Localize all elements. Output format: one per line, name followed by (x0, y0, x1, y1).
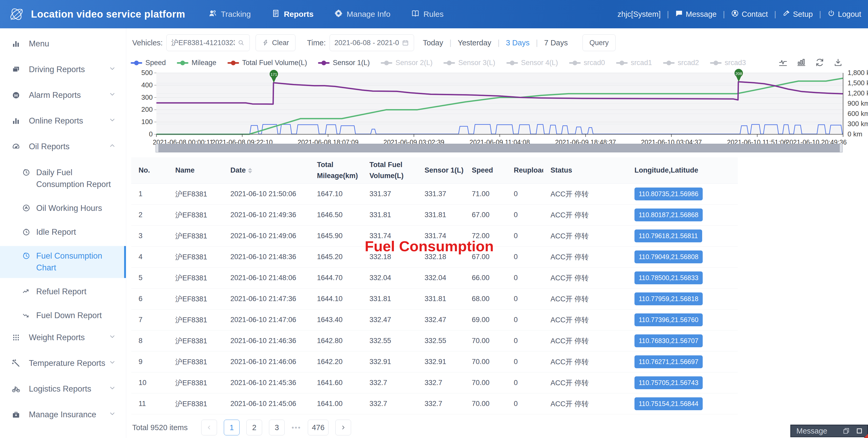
restore-icon[interactable] (815, 58, 825, 68)
cell-mileage: 1642.80 (310, 337, 362, 345)
time-label: Time: (307, 38, 326, 47)
coordinate-link[interactable]: 110.80187,21.56868 (634, 209, 703, 221)
cell-status: ACC开 停转 (543, 315, 627, 325)
fuel-consumption-chart[interactable]: 171 208 (156, 73, 843, 134)
column-header-sensor-1-l-: Sensor 1(L) (417, 165, 464, 176)
chevron-down-icon (108, 91, 117, 100)
quick-range-7-days[interactable]: 7 Days (544, 38, 568, 47)
sidebar-item-oil-reports[interactable]: Oil Reports (0, 138, 126, 155)
clear-button[interactable]: Clear (255, 34, 296, 51)
column-header-date[interactable]: Date (223, 165, 310, 176)
legend-item-total-fuel-volume-l-[interactable]: Total Fuel Volume(L) (227, 59, 307, 67)
vehicles-input[interactable]: 沪EF8381-41210323006 (166, 34, 250, 51)
cell-coord: 110.80735,21.56986 (627, 188, 737, 200)
nav-item-tracking[interactable]: Tracking (208, 9, 251, 20)
legend-item-speed[interactable]: Speed (131, 59, 166, 67)
chart-pin-171: 171 (270, 70, 278, 83)
sidebar-item-fuel-down-report[interactable]: Fuel Down Report (0, 306, 126, 326)
coordinate-link[interactable]: 110.76271,21.56697 (634, 355, 703, 368)
sidebar-item-driving-reports[interactable]: Driving Reports (0, 61, 126, 77)
legend-item-mileage[interactable]: Mileage (177, 59, 216, 67)
page-button-1[interactable]: 1 (224, 420, 240, 435)
coordinate-link[interactable]: 110.77396,21.56760 (634, 313, 703, 326)
nav-contact-button[interactable]: Contact (731, 9, 768, 19)
coordinate-link[interactable]: 110.79049,21.56808 (634, 250, 703, 263)
message-widget-label: Message (796, 427, 837, 435)
search-icon[interactable] (238, 39, 245, 46)
maximize-window-icon[interactable] (856, 427, 863, 435)
sidebar-item-temperature-reports[interactable]: Temperature Reports (0, 355, 126, 371)
reports-icon (271, 9, 280, 20)
bar-chart-icon[interactable] (797, 58, 806, 68)
legend-item-srcad2[interactable]: srcad2 (663, 59, 699, 67)
quick-range-separator: | (450, 38, 452, 47)
legend-item-sensor-2-l-[interactable]: Sensor 2(L) (381, 59, 432, 67)
legend-item-srcad3[interactable]: srcad3 (710, 59, 746, 67)
sort-caret-icon[interactable] (248, 168, 252, 174)
coordinate-link[interactable]: 110.75705,21.56743 (634, 376, 703, 389)
sidebar-item-refuel-report[interactable]: Refuel Report (0, 282, 126, 302)
coordinate-link[interactable]: 110.76830,21.56707 (634, 335, 703, 347)
message-widget[interactable]: Message (790, 425, 868, 437)
quick-range-today[interactable]: Today (423, 38, 443, 47)
nav-item-reports[interactable]: Reports (271, 9, 314, 20)
legend-item-srcad0[interactable]: srcad0 (569, 59, 605, 67)
datazoom-right-handle[interactable] (839, 144, 842, 152)
line-chart-icon[interactable] (778, 58, 788, 68)
restore-window-icon[interactable] (842, 427, 850, 435)
cell-name: 沪EF8381 (168, 273, 223, 283)
sidebar-item-online-reports[interactable]: Online Reports (0, 113, 126, 129)
coordinate-link[interactable]: 110.78500,21.56833 (634, 272, 703, 284)
legend-item-sensor-4-l-[interactable]: Sensor 4(L) (506, 59, 558, 67)
legend-item-srcad1[interactable]: srcad1 (616, 59, 652, 67)
next-page-button[interactable] (335, 420, 351, 435)
nav-setup-button[interactable]: Setup (782, 9, 813, 19)
sidebar-item-oil-working-hours[interactable]: Oil Working Hours (0, 198, 126, 218)
coordinate-link[interactable]: 110.75154,21.56844 (634, 397, 703, 410)
nav-separator: | (819, 10, 821, 19)
sidebar-item-menu[interactable]: Menu (0, 36, 126, 52)
page-button-3[interactable]: 3 (269, 420, 285, 435)
user-label: zhjc[System] (617, 10, 660, 19)
pagination: Total 9520 items 123•••476 (132, 420, 351, 435)
page-button-2[interactable]: 2 (246, 420, 262, 435)
cell-date: 2021-06-10 21:47:36 (223, 295, 310, 303)
chevron-down-icon (108, 116, 117, 126)
quick-range-3-days[interactable]: 3 Days (506, 38, 529, 47)
previous-page-button[interactable] (201, 420, 217, 435)
cell-no: 9 (131, 358, 168, 366)
save-image-icon[interactable] (833, 58, 843, 68)
nav-item-rules[interactable]: Rules (411, 9, 444, 20)
clear-icon (262, 39, 269, 46)
coordinate-link[interactable]: 110.77959,21.56818 (634, 292, 703, 305)
sidebar-item-idle-report[interactable]: Idle Report (0, 222, 126, 242)
cell-reupload: 0 (506, 316, 543, 324)
main-nav: TrackingReportsManage InfoRules (208, 9, 444, 20)
sidebar-item-alarm-reports[interactable]: Alarm Reports (0, 87, 126, 103)
cell-mileage: 1642.20 (310, 358, 362, 366)
sidebar-item-daily-fuel-consumption-report[interactable]: Daily Fuel Consumption Report (0, 163, 126, 195)
sidebar-item-manage-insurance[interactable]: Manage Insurance (0, 407, 126, 423)
legend-item-sensor-1-l-[interactable]: Sensor 1(L) (318, 59, 370, 67)
legend-marker (710, 61, 721, 65)
time-range-input[interactable]: 2021-06-08 - 2021-06-10 (330, 34, 414, 51)
legend-item-sensor-3-l-[interactable]: Sensor 3(L) (443, 59, 495, 67)
quick-range-yesterday[interactable]: Yesterday (458, 38, 491, 47)
nav-message-button[interactable]: Message (675, 9, 717, 19)
coordinate-link[interactable]: 110.79618,21.56811 (634, 229, 702, 242)
sidebar-item-weight-reports[interactable]: Weight Reports (0, 330, 126, 346)
datazoom-slider[interactable] (156, 144, 842, 152)
sidebar-item-logistics-reports[interactable]: Logistics Reports (0, 381, 126, 397)
sidebar-item-fuel-consumption-chart[interactable]: Fuel Consumption Chart (0, 246, 126, 278)
legend-marker (381, 61, 392, 65)
clear-label: Clear (272, 39, 289, 47)
page-button-476[interactable]: 476 (308, 420, 328, 435)
cell-speed: 67.00 (464, 211, 506, 219)
y-left-tick: 300 (130, 93, 153, 101)
nav-item-manage-info[interactable]: Manage Info (334, 9, 391, 20)
coordinate-link[interactable]: 110.80735,21.56986 (634, 188, 703, 200)
datazoom-left-handle[interactable] (156, 144, 159, 152)
nav-logout-button[interactable]: Logout (827, 9, 861, 19)
query-button[interactable]: Query (583, 34, 616, 51)
pagination-ellipsis[interactable]: ••• (291, 424, 301, 432)
